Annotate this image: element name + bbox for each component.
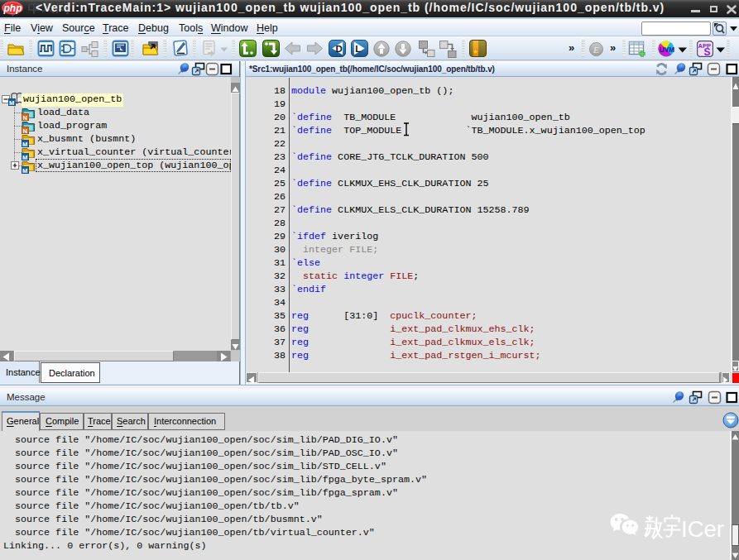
svg-text:E: E	[593, 45, 599, 55]
svg-text:M: M	[22, 167, 27, 175]
svg-text:L: L	[355, 44, 361, 54]
svg-text:php: php	[3, 2, 22, 14]
svg-text:D: D	[336, 44, 343, 54]
svg-text:M: M	[9, 99, 14, 107]
svg-text:UVM: UVM	[660, 46, 674, 54]
svg-text:ICer: ICer	[681, 516, 724, 542]
svg-text:S: S	[704, 46, 711, 57]
